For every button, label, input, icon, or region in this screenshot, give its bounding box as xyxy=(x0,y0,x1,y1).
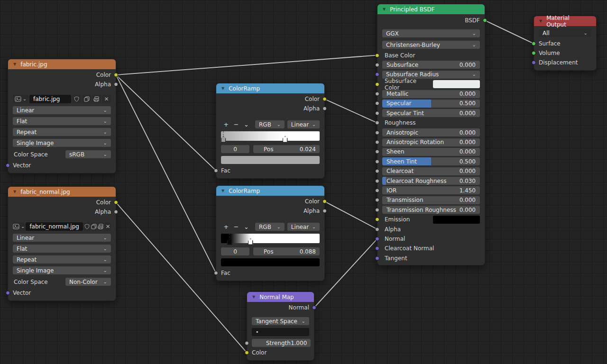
projection-select[interactable]: Flat⌄ xyxy=(13,245,111,253)
transmission-roughness-slider[interactable]: Transmission Roughness0.000 xyxy=(382,206,480,214)
node-principled-bsdf[interactable]: ▼ Principled BSDF BSDF GGX⌄ Christensen-… xyxy=(377,4,485,265)
node-colorramp-2[interactable]: ▼ ColorRamp Color Alpha + − ⌄ RGB⌄ Linea… xyxy=(216,185,325,281)
node-header[interactable]: ▼ Material Output xyxy=(534,16,596,26)
color-input-socket[interactable] xyxy=(245,351,249,355)
sheen-tint-slider[interactable]: Sheen Tint0.500 xyxy=(382,157,480,165)
new-image-icon[interactable] xyxy=(82,95,91,103)
anisotropic-input-socket[interactable] xyxy=(375,130,379,135)
node-header[interactable]: ▼ ColorRamp xyxy=(216,186,324,196)
displacement-input-socket[interactable] xyxy=(532,61,536,65)
unlink-icon[interactable]: ✕ xyxy=(102,95,111,103)
collapse-icon[interactable]: ▼ xyxy=(383,8,386,11)
fake-user-icon[interactable] xyxy=(84,222,90,231)
subsurface-method-select[interactable]: Christensen-Burley⌄ xyxy=(382,41,480,49)
target-select[interactable]: All⌄ xyxy=(539,29,591,37)
ramp-stop-handle[interactable] xyxy=(248,238,253,245)
node-header[interactable]: ▼ fabric_normal.jpg xyxy=(8,187,116,197)
extension-select[interactable]: Repeat⌄ xyxy=(13,128,111,136)
anisotropic-slider[interactable]: Anisotropic0.000 xyxy=(382,128,480,136)
stop-position-field[interactable]: Pos0.024 xyxy=(253,145,320,153)
source-select[interactable]: Single Image⌄ xyxy=(13,266,111,274)
collapse-icon[interactable]: ▼ xyxy=(13,63,16,66)
colorramp-gradient[interactable] xyxy=(221,234,320,243)
extension-select[interactable]: Repeat⌄ xyxy=(13,255,111,264)
alpha-output-socket[interactable] xyxy=(322,209,327,213)
subsurface-color-color-swatch[interactable] xyxy=(433,80,480,88)
specular-slider[interactable]: Specular0.500 xyxy=(382,100,480,108)
node-header[interactable]: ▼ ColorRamp xyxy=(216,83,324,93)
source-select[interactable]: Single Image⌄ xyxy=(13,139,111,147)
new-image-icon[interactable] xyxy=(91,222,97,231)
unlink-icon[interactable]: ✕ xyxy=(105,222,111,231)
space-select[interactable]: Tangent Space⌄ xyxy=(252,317,309,325)
interpolation-select[interactable]: Linear⌄ xyxy=(13,234,111,242)
specular-tint-slider[interactable]: Specular Tint0.000 xyxy=(382,109,480,117)
alpha-input-socket[interactable] xyxy=(375,227,379,231)
tangent-input-socket[interactable] xyxy=(375,256,379,260)
fac-input-socket[interactable] xyxy=(214,169,218,173)
clearcoat-normal-input-socket[interactable] xyxy=(375,246,379,251)
ramp-tools-dropdown-icon[interactable]: ⌄ xyxy=(241,121,251,128)
remove-stop-button[interactable]: − xyxy=(231,223,241,230)
ior-input-socket[interactable] xyxy=(375,188,379,192)
collapse-icon[interactable]: ▼ xyxy=(252,295,255,299)
sheen-input-socket[interactable] xyxy=(375,150,379,154)
fake-user-icon[interactable] xyxy=(72,95,81,103)
pack-image-icon[interactable] xyxy=(98,222,104,231)
image-name-field[interactable]: fabric.jpg xyxy=(29,95,71,103)
anisotropic-rotation-slider[interactable]: Anisotropic Rotation0.000 xyxy=(382,138,480,146)
stop-color-swatch[interactable] xyxy=(221,156,320,164)
strength-input-socket[interactable] xyxy=(245,341,249,345)
specular-tint-input-socket[interactable] xyxy=(375,111,379,115)
image-browse-button[interactable]: ⌄ xyxy=(13,95,28,103)
sheen-tint-input-socket[interactable] xyxy=(375,159,379,164)
node-header[interactable]: ▼ fabric.jpg xyxy=(8,59,116,69)
volume-input-socket[interactable] xyxy=(532,51,536,55)
vector-input-socket[interactable] xyxy=(6,291,10,295)
node-material-output[interactable]: ▼ Material Output All⌄ Surface Volume Di… xyxy=(533,16,597,71)
color-mode-select[interactable]: RGB⌄ xyxy=(255,223,285,231)
interpolation-select[interactable]: Linear⌄ xyxy=(13,106,111,114)
base-color-input-socket[interactable] xyxy=(375,53,379,57)
stop-index-field[interactable]: 0 xyxy=(221,145,249,153)
node-header[interactable]: ▼ Principled BSDF xyxy=(377,4,485,14)
alpha-output-socket[interactable] xyxy=(114,210,118,214)
subsurface-color-input-socket[interactable] xyxy=(375,82,379,86)
collapse-icon[interactable]: ▼ xyxy=(221,87,224,91)
emission-color-swatch[interactable] xyxy=(433,216,480,224)
color-mode-select[interactable]: RGB⌄ xyxy=(255,120,285,128)
node-image-texture-fabric[interactable]: ▼ fabric.jpg Color Alpha ⌄ fabric.jpg ✕ … xyxy=(8,59,116,173)
add-stop-button[interactable]: + xyxy=(221,121,231,128)
subsurface-slider[interactable]: Subsurface0.000 xyxy=(382,61,480,69)
uv-map-field[interactable]: • xyxy=(252,328,309,336)
anisotropic-rotation-input-socket[interactable] xyxy=(375,140,379,145)
bsdf-output-socket[interactable] xyxy=(483,18,487,23)
clearcoat-roughness-input-socket[interactable] xyxy=(375,179,379,183)
subsurface-input-socket[interactable] xyxy=(375,63,379,67)
metallic-slider[interactable]: Metallic0.000 xyxy=(382,90,480,98)
remove-stop-button[interactable]: − xyxy=(231,121,241,128)
specular-input-socket[interactable] xyxy=(375,101,379,106)
roughness-input-socket[interactable] xyxy=(375,121,379,125)
ramp-stop-handle[interactable] xyxy=(283,136,288,143)
color-output-socket[interactable] xyxy=(322,200,327,204)
ior-slider[interactable]: IOR1.450 xyxy=(382,186,480,194)
stop-color-swatch[interactable] xyxy=(221,258,320,266)
collapse-icon[interactable]: ▼ xyxy=(13,190,16,194)
transmission-slider[interactable]: Transmission0.000 xyxy=(382,196,480,204)
clearcoat-slider[interactable]: Clearcoat0.000 xyxy=(382,167,480,175)
fac-input-socket[interactable] xyxy=(214,271,218,275)
subsurface-radius-input-socket[interactable] xyxy=(375,73,379,77)
vector-input-socket[interactable] xyxy=(6,164,10,168)
stop-index-field[interactable]: 0 xyxy=(221,247,249,255)
projection-select[interactable]: Flat⌄ xyxy=(13,117,111,125)
node-normal-map[interactable]: ▼ Normal Map Normal Tangent Space⌄ • Str… xyxy=(247,291,314,361)
pack-image-icon[interactable] xyxy=(92,95,101,103)
normal-input-socket[interactable] xyxy=(375,237,379,241)
color-output-socket[interactable] xyxy=(322,97,327,101)
colorramp-gradient[interactable] xyxy=(221,131,320,141)
metallic-input-socket[interactable] xyxy=(375,92,379,96)
clearcoat-roughness-slider[interactable]: Clearcoat Roughness0.030 xyxy=(382,177,480,185)
ramp-stop-handle[interactable] xyxy=(221,136,226,143)
color-output-socket[interactable] xyxy=(114,200,118,205)
